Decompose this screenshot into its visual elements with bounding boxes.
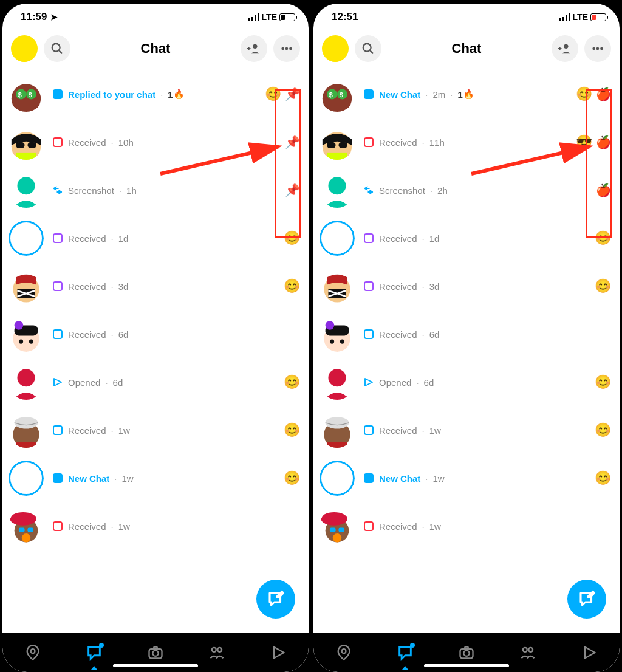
search-button[interactable]	[44, 35, 70, 62]
nav-camera[interactable]	[454, 640, 479, 665]
chat-row[interactable]: Screenshot ·2h 🍎	[313, 166, 620, 214]
chat-row[interactable]: Received ·1w 😊	[2, 406, 309, 454]
location-icon: ➤	[50, 12, 58, 22]
nav-map[interactable]	[332, 640, 356, 665]
nav-chat[interactable]	[393, 640, 417, 665]
chat-filled-icon	[52, 89, 63, 100]
chat-row[interactable]: Received ·10h 📌	[2, 118, 309, 166]
chat-time: 6d	[118, 329, 129, 340]
chat-row[interactable]: Received ·1d 😊	[313, 214, 620, 262]
chat-row[interactable]: Received ·6d	[313, 310, 620, 358]
nav-stories[interactable]	[516, 640, 540, 665]
chat-row[interactable]: Received ·6d	[2, 310, 309, 358]
chat-row[interactable]: Received ·1w 😊	[313, 406, 620, 454]
chat-status-text: Received	[68, 521, 106, 532]
add-friend-button[interactable]	[552, 35, 578, 62]
friend-avatar[interactable]	[9, 269, 44, 304]
friend-avatar[interactable]	[9, 461, 44, 496]
chat-row[interactable]: Received ·1w	[2, 502, 309, 550]
profile-button[interactable]	[11, 35, 38, 62]
friend-avatar[interactable]	[320, 125, 355, 160]
svg-point-31	[10, 512, 36, 526]
svg-point-39	[212, 648, 216, 652]
snap-received-icon	[52, 521, 63, 532]
svg-point-47	[600, 47, 603, 50]
opened-icon	[363, 377, 374, 388]
svg-point-4	[281, 47, 284, 50]
friend-avatar[interactable]	[320, 413, 355, 448]
new-chat-fab[interactable]	[256, 580, 295, 619]
chat-list[interactable]: $$ Replied to your chat ·1🔥 😊📌 Received …	[2, 70, 309, 672]
nav-spotlight[interactable]	[577, 640, 601, 665]
pin-icon: 📌	[285, 183, 300, 197]
svg-text:$: $	[340, 91, 343, 98]
friend-emoji: 😊	[595, 470, 611, 486]
friend-avatar[interactable]	[9, 173, 44, 208]
screen-title: Chat	[381, 41, 552, 57]
chat-row[interactable]: Received ·11h 😎🍎	[313, 118, 620, 166]
add-friend-button[interactable]	[241, 35, 267, 62]
chat-status-text: Received	[379, 137, 417, 148]
nav-camera[interactable]	[143, 640, 168, 665]
svg-point-1	[52, 44, 60, 52]
nav-spotlight[interactable]	[266, 640, 290, 665]
friend-avatar[interactable]	[320, 317, 355, 352]
status-bar: 11:59 ➤ LTE	[2, 4, 309, 30]
chat-status-text: New Chat	[68, 473, 109, 484]
chat-row[interactable]: New Chat ·1w 😊	[313, 454, 620, 502]
svg-point-66	[340, 339, 344, 343]
more-button[interactable]	[584, 35, 611, 62]
friend-avatar[interactable]	[9, 509, 44, 544]
friend-avatar[interactable]: $$	[320, 77, 355, 112]
svg-rect-33	[27, 527, 33, 532]
chat-time: 1w	[122, 473, 134, 484]
chat-received-icon	[52, 329, 63, 340]
friend-avatar[interactable]	[9, 317, 44, 352]
chat-row[interactable]: Received ·1w	[313, 502, 620, 550]
svg-point-48	[323, 84, 352, 112]
friend-avatar[interactable]	[320, 509, 355, 544]
chat-row[interactable]: $$ Replied to your chat ·1🔥 😊📌	[2, 70, 309, 118]
chat-row[interactable]: Received ·1d 😊	[2, 214, 309, 262]
search-button[interactable]	[355, 35, 381, 62]
chat-time: 10h	[118, 137, 134, 148]
svg-point-45	[592, 47, 595, 50]
svg-point-57	[329, 177, 346, 194]
chat-row[interactable]: Opened ·6d 😊	[2, 358, 309, 406]
chat-row[interactable]: $$ New Chat ·2m·1🔥 😊🍎	[313, 70, 620, 118]
friend-avatar[interactable]	[9, 413, 44, 448]
svg-point-34	[22, 533, 31, 543]
nav-chat[interactable]	[82, 640, 106, 665]
chat-row[interactable]: Received ·3d 😊	[313, 262, 620, 310]
chat-time: 3d	[429, 281, 440, 292]
svg-rect-56	[327, 153, 347, 160]
nav-stories[interactable]	[205, 640, 229, 665]
svg-rect-70	[327, 442, 347, 448]
profile-button[interactable]	[322, 35, 349, 62]
battery-icon	[279, 13, 295, 21]
more-button[interactable]	[273, 35, 300, 62]
svg-rect-29	[16, 442, 36, 448]
friend-avatar[interactable]	[320, 221, 355, 256]
friend-avatar[interactable]: $$	[9, 77, 44, 112]
friend-avatar[interactable]	[9, 221, 44, 256]
chat-time: 1h	[126, 185, 137, 196]
chat-row[interactable]: Opened ·6d 😊	[313, 358, 620, 406]
chat-row[interactable]: Screenshot ·1h 📌	[2, 166, 309, 214]
svg-rect-74	[338, 527, 344, 532]
svg-point-81	[528, 648, 533, 652]
friend-avatar[interactable]	[9, 125, 44, 160]
nav-map[interactable]	[21, 640, 45, 665]
chat-list[interactable]: $$ New Chat ·2m·1🔥 😊🍎 Received ·11h 😎🍎	[313, 70, 620, 672]
friend-emoji: 😊	[595, 422, 611, 438]
chat-row[interactable]: New Chat ·1w 😊	[2, 454, 309, 502]
friend-avatar[interactable]	[320, 365, 355, 400]
friend-avatar[interactable]	[9, 365, 44, 400]
new-chat-fab[interactable]	[567, 580, 606, 619]
friend-avatar[interactable]	[320, 461, 355, 496]
friend-avatar[interactable]	[320, 173, 355, 208]
friend-avatar[interactable]	[320, 269, 355, 304]
chat-row[interactable]: Received ·3d 😊	[2, 262, 309, 310]
svg-point-24	[19, 339, 23, 343]
chat-received-icon	[363, 329, 374, 340]
